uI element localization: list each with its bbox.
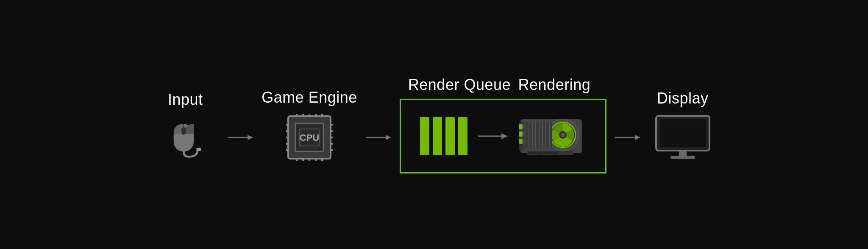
- svg-rect-40: [538, 152, 540, 154]
- queue-icon: [420, 113, 467, 159]
- stage-game-engine: Game Engine: [262, 89, 357, 161]
- svg-marker-65: [635, 135, 640, 140]
- arrow-2: [366, 131, 391, 144]
- svg-point-52: [561, 133, 565, 137]
- arrow-1: [228, 131, 253, 144]
- stage-display: Display: [649, 90, 717, 159]
- svg-marker-5: [248, 135, 253, 140]
- gpu-icon: [518, 113, 586, 159]
- svg-rect-44: [550, 152, 551, 154]
- svg-rect-68: [679, 151, 687, 157]
- svg-rect-62: [519, 131, 523, 137]
- svg-rect-41: [541, 152, 542, 154]
- svg-rect-38: [532, 152, 534, 154]
- stage-render-queue-label: Render Queue: [408, 76, 511, 94]
- svg-rect-67: [659, 119, 706, 147]
- stage-input-label: Input: [168, 91, 203, 109]
- queue-bar-1: [420, 117, 429, 155]
- queue-bar-2: [433, 117, 442, 155]
- stage-display-label: Display: [657, 90, 709, 107]
- svg-rect-43: [547, 152, 548, 154]
- highlight-labels: Render Queue Rendering: [400, 76, 606, 94]
- cpu-icon: CPU: [286, 114, 333, 161]
- svg-text:CPU: CPU: [300, 132, 319, 143]
- queue-bar-4: [458, 117, 467, 155]
- stage-input: Input: [151, 91, 219, 159]
- svg-rect-63: [519, 139, 523, 144]
- svg-rect-46: [556, 152, 557, 154]
- stage-rendering-label: Rendering: [511, 76, 598, 94]
- svg-rect-37: [529, 152, 531, 154]
- arrow-4: [615, 131, 640, 144]
- svg-marker-33: [501, 133, 508, 139]
- svg-marker-31: [386, 135, 391, 140]
- svg-rect-42: [544, 152, 545, 154]
- pipeline-diagram: Input: [0, 76, 868, 173]
- svg-rect-3: [197, 148, 201, 151]
- highlight-section-wrapper: Render Queue Rendering: [400, 76, 606, 173]
- monitor-icon: [655, 115, 710, 159]
- svg-rect-61: [519, 124, 523, 129]
- svg-rect-69: [670, 156, 695, 159]
- arrow-3-inner: [478, 130, 508, 143]
- stage-game-engine-label: Game Engine: [262, 89, 357, 106]
- queue-bar-3: [445, 117, 455, 155]
- svg-rect-39: [535, 152, 537, 154]
- mouse-icon: [168, 116, 202, 159]
- svg-rect-45: [553, 152, 554, 154]
- svg-rect-2: [181, 127, 186, 134]
- highlight-box: [400, 99, 606, 173]
